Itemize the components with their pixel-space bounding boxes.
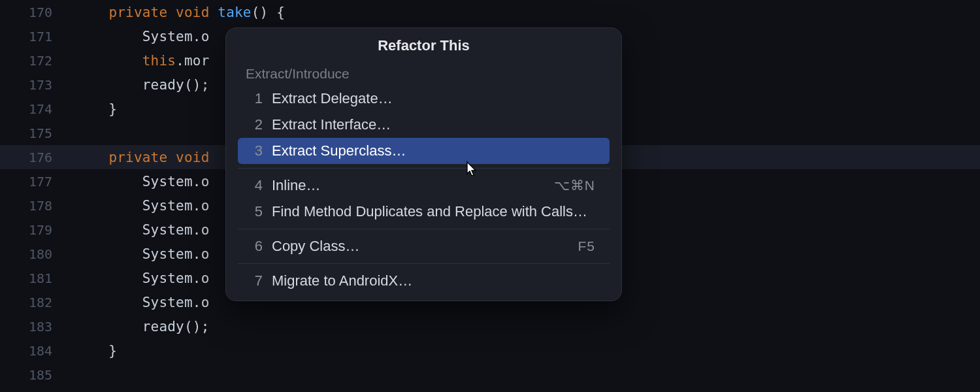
menu-item-number: 7: [238, 272, 272, 289]
code-text: ready();: [75, 319, 210, 335]
line-number: 173: [0, 77, 75, 93]
line-number: 184: [0, 343, 75, 359]
code-text: }: [75, 343, 117, 359]
menu-separator: [238, 229, 610, 229]
code-text: System.o: [75, 246, 210, 262]
menu-item-number: 3: [238, 142, 272, 159]
menu-separator: [238, 168, 610, 169]
menu-item-label: Inline…: [272, 177, 554, 194]
menu-item-label: Copy Class…: [272, 238, 578, 255]
line-number: 177: [0, 174, 75, 189]
menu-item-label: Find Method Duplicates and Replace with …: [272, 203, 595, 220]
code-text: private void: [75, 150, 210, 165]
menu-item-label: Extract Interface…: [272, 116, 595, 133]
code-text: System.o: [75, 270, 210, 286]
menu-item-number: 6: [238, 238, 272, 255]
menu-item-shortcut: ⌥⌘N: [554, 178, 595, 193]
menu-item[interactable]: 6Copy Class…F5: [238, 233, 610, 259]
popup-section-header: Extract/Introduce: [226, 61, 621, 86]
menu-item-number: 2: [238, 116, 272, 133]
line-number: 182: [0, 295, 75, 310]
code-text: }: [75, 101, 117, 117]
code-text: System.o: [75, 222, 210, 238]
menu-item-shortcut: F5: [578, 238, 595, 254]
code-editor[interactable]: 170 private void take() {171 System.o172…: [0, 0, 980, 392]
line-number: 179: [0, 222, 75, 238]
menu-item-number: 1: [238, 90, 272, 107]
line-number: 171: [0, 29, 75, 44]
line-number: 170: [0, 5, 75, 20]
menu-item[interactable]: 1Extract Delegate…: [238, 86, 610, 112]
code-line[interactable]: 185: [0, 363, 980, 387]
line-number: 178: [0, 198, 75, 214]
code-line[interactable]: 183 ready();: [0, 314, 980, 338]
line-number: 183: [0, 319, 75, 335]
code-text: System.o: [75, 29, 210, 44]
line-number: 175: [0, 125, 75, 141]
menu-item-label: Extract Superclass…: [272, 142, 595, 159]
popup-title: Refactor This: [226, 28, 621, 61]
code-text: System.o: [75, 295, 210, 310]
code-text: ready();: [75, 77, 210, 93]
menu-item-number: 5: [238, 203, 272, 220]
code-line[interactable]: 170 private void take() {: [0, 0, 980, 24]
menu-item-label: Migrate to AndroidX…: [272, 272, 595, 289]
code-text: private void take() {: [75, 5, 285, 20]
menu-item-number: 4: [238, 177, 272, 194]
code-text: System.o: [75, 198, 210, 214]
code-line[interactable]: 184 }: [0, 338, 980, 363]
line-number: 176: [0, 150, 75, 165]
menu-item[interactable]: 2Extract Interface…: [238, 112, 610, 138]
refactor-popup: Refactor This Extract/Introduce 1Extract…: [225, 27, 622, 301]
menu-item-label: Extract Delegate…: [272, 90, 595, 107]
code-text: System.o: [75, 174, 210, 189]
code-text: this.mor: [75, 53, 210, 69]
line-number: 185: [0, 367, 75, 383]
line-number: 181: [0, 270, 75, 286]
line-number: 180: [0, 246, 75, 262]
menu-separator: [238, 263, 610, 264]
menu-item[interactable]: 7Migrate to AndroidX…: [238, 268, 610, 294]
menu-item[interactable]: 4Inline…⌥⌘N: [238, 172, 610, 199]
line-number: 172: [0, 53, 75, 69]
line-number: 174: [0, 101, 75, 117]
menu-item[interactable]: 3Extract Superclass…: [238, 138, 610, 164]
menu-item[interactable]: 5Find Method Duplicates and Replace with…: [238, 199, 610, 225]
